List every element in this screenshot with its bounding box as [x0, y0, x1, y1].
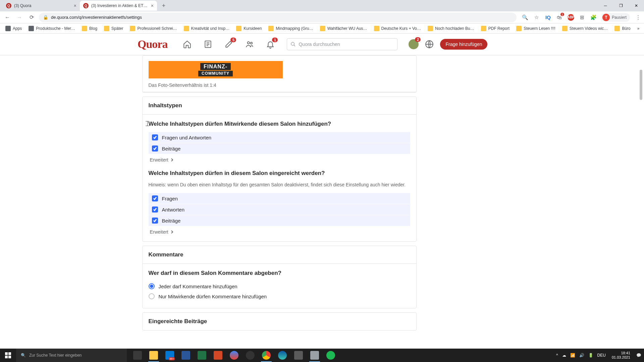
nav-answer[interactable]: 5: [223, 39, 234, 50]
browser-tab[interactable]: Q (3) Quora ×: [3, 1, 80, 11]
reload-button[interactable]: ⟳: [27, 13, 36, 22]
checkbox-row[interactable]: Beiträge: [149, 215, 410, 226]
taskbar-app[interactable]: [290, 349, 307, 362]
star-icon[interactable]: ☆: [533, 14, 540, 21]
browser-tab-active[interactable]: Q (3) Investieren in Aktien & ETF's ×: [80, 1, 157, 11]
minimize-button[interactable]: ─: [598, 0, 613, 11]
taskbar-app-obs[interactable]: [242, 349, 258, 362]
expand-link[interactable]: Erweitert: [149, 229, 410, 235]
taskbar-app-explorer[interactable]: [146, 349, 162, 362]
tray-notifications-icon[interactable]: 💬: [636, 353, 641, 358]
bookmark-item[interactable]: Später: [101, 24, 126, 33]
bookmark-item[interactable]: Noch hochladen Bu…: [425, 24, 477, 33]
profile-avatar-icon: T: [602, 14, 610, 21]
nav-notifications[interactable]: 1: [265, 39, 276, 50]
taskbar-app-edge[interactable]: [274, 349, 290, 362]
nav-home[interactable]: [182, 39, 193, 50]
checkbox-icon[interactable]: [152, 218, 158, 224]
new-tab-button[interactable]: +: [159, 1, 168, 10]
tray-volume-icon[interactable]: 🔊: [579, 353, 584, 358]
scroll-thumb[interactable]: [640, 70, 642, 100]
close-window-button[interactable]: ✕: [629, 0, 644, 11]
extension-icon[interactable]: ABP: [568, 14, 574, 21]
taskbar-app-taskview[interactable]: [129, 349, 146, 362]
quora-logo[interactable]: Quora: [138, 38, 167, 51]
page-scrollbar[interactable]: [638, 34, 643, 55]
close-tab-icon[interactable]: ×: [151, 3, 154, 8]
checkbox-row[interactable]: Fragen: [149, 193, 410, 204]
radio-icon[interactable]: [149, 293, 155, 299]
user-avatar[interactable]: 2: [409, 39, 419, 49]
bookmarks-overflow[interactable]: »: [635, 25, 642, 32]
bookmarks-bar: Apps Produktsuche - Mer… Blog Später Pro…: [0, 23, 644, 34]
nav-spaces[interactable]: [244, 39, 255, 50]
taskbar-app-spotify[interactable]: [323, 349, 339, 362]
taskbar-app-notepad[interactable]: [307, 349, 323, 362]
folder-icon: [184, 26, 189, 31]
bookmark-item[interactable]: Apps: [3, 24, 24, 33]
nav-language[interactable]: [424, 39, 435, 50]
svg-point-3: [291, 42, 294, 45]
expand-link[interactable]: Erweitert: [149, 157, 410, 163]
menu-icon[interactable]: ⋮: [635, 14, 641, 21]
nav-following[interactable]: [203, 39, 213, 50]
taskbar-app-mail[interactable]: 99+: [162, 349, 178, 362]
maximize-button[interactable]: ❐: [613, 0, 629, 11]
checkbox-row[interactable]: Beiträge: [149, 143, 410, 154]
add-question-button[interactable]: Frage hinzufügen: [440, 39, 487, 50]
search-icon: 🔍: [21, 353, 26, 358]
taskbar-app-powerpoint[interactable]: [210, 349, 226, 362]
bookmark-item[interactable]: Deutsche Kurs + Vo…: [371, 24, 424, 33]
tray-battery-icon[interactable]: 🔋: [588, 353, 593, 358]
bookmark-item[interactable]: Mindmapping (Gru…: [266, 24, 316, 33]
folder-icon: [516, 26, 522, 31]
tray-overflow-icon[interactable]: ^: [556, 353, 558, 358]
tray-onedrive-icon[interactable]: ☁: [562, 353, 566, 358]
extension-icon[interactable]: 🛍1: [556, 14, 563, 21]
bookmark-item[interactable]: Wahlfächer WU Aus…: [317, 24, 370, 33]
bookmark-item[interactable]: Professionell Schrei…: [127, 24, 179, 33]
checkbox-row[interactable]: Antworten: [149, 204, 410, 215]
tray-wifi-icon[interactable]: 📶: [570, 353, 575, 358]
extension-icon[interactable]: ⊞: [579, 14, 586, 21]
banner-image[interactable]: FINANZ- COMMUNITY: [149, 61, 283, 78]
tray-clock[interactable]: 18:41 01.03.2021: [610, 351, 632, 360]
tray-language[interactable]: DEU: [597, 353, 606, 358]
zoom-icon[interactable]: 🔍: [522, 14, 529, 21]
checkbox-icon[interactable]: [152, 145, 158, 152]
taskbar-search[interactable]: 🔍 Zur Suche Text hier eingeben: [16, 349, 127, 362]
checkbox-icon[interactable]: [152, 206, 158, 213]
extensions-icon[interactable]: 🧩: [590, 14, 597, 21]
banner-text: COMMUNITY: [198, 71, 233, 76]
bookmark-item[interactable]: Blog: [79, 24, 100, 33]
extension-icon[interactable]: IQ: [545, 14, 551, 21]
bookmark-item[interactable]: Kreativität und Insp…: [181, 24, 232, 33]
address-bar[interactable]: 🔒 de.quora.com/q/investiereninaktienetfs…: [39, 13, 517, 22]
checkbox-icon[interactable]: [152, 134, 158, 140]
checkbox-row[interactable]: Fragen und Antworten: [149, 132, 410, 143]
forward-button[interactable]: →: [15, 13, 24, 22]
radio-row[interactable]: Nur Mitwirkende dürfen Kommentare hinzuf…: [149, 291, 410, 301]
taskbar-app-excel[interactable]: [194, 349, 210, 362]
bookmark-item[interactable]: PDF Report: [478, 24, 512, 33]
start-button[interactable]: [0, 349, 16, 362]
back-button[interactable]: ←: [3, 13, 12, 22]
radio-row[interactable]: Jeder darf Kommentare hinzufügen: [149, 281, 410, 291]
checkbox-icon[interactable]: [152, 195, 158, 201]
taskbar-app[interactable]: [226, 349, 242, 362]
taskbar-app-chrome[interactable]: [258, 349, 274, 362]
svg-point-2: [251, 42, 252, 44]
close-tab-icon[interactable]: ×: [74, 3, 76, 8]
taskbar-app-word[interactable]: [178, 349, 194, 362]
radio-icon[interactable]: [149, 283, 155, 289]
bookmark-item[interactable]: Büro: [612, 24, 633, 33]
bookmark-item[interactable]: Kursideen: [233, 24, 264, 33]
folder-icon: [428, 26, 433, 31]
site-info-icon[interactable]: 🔒: [43, 15, 48, 20]
bookmark-item[interactable]: Produktsuche - Mer…: [26, 24, 78, 33]
bookmark-item[interactable]: Steuern Lesen !!!!: [514, 24, 558, 33]
search-input[interactable]: Quora durchsuchen: [287, 38, 397, 50]
profile-chip[interactable]: T Pausiert: [602, 13, 630, 22]
bookmark-item[interactable]: Steuern Videos wic…: [559, 24, 611, 33]
system-tray: ^ ☁ 📶 🔊 🔋 DEU 18:41 01.03.2021 💬: [556, 351, 644, 360]
